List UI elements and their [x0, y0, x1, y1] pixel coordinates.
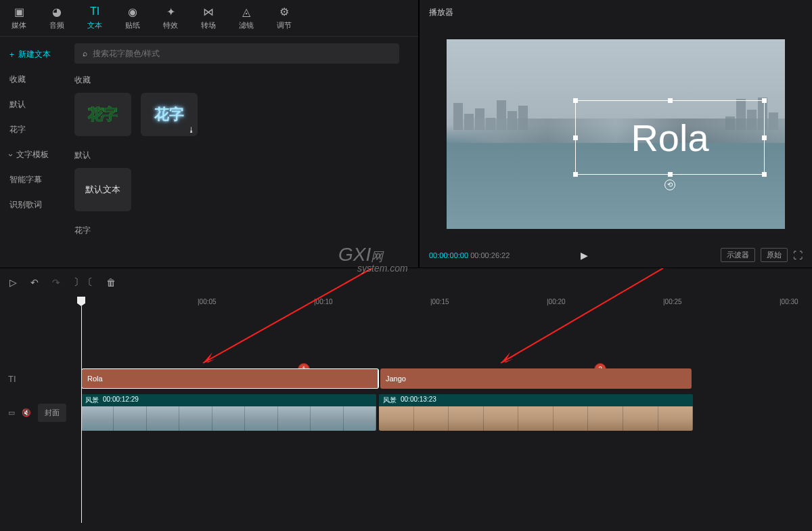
text-sidebar: 新建文本收藏默认花字文字模板智能字幕识别歌词	[0, 37, 65, 268]
content-area: ⌕ 收藏 花字 花字⭳ 默认 默认文本 花字	[65, 37, 418, 268]
top-tab-调节[interactable]: ⚙调节	[265, 0, 303, 36]
search-box[interactable]: ⌕	[74, 43, 399, 64]
ruler-mark: |00:05	[198, 298, 217, 305]
resize-handle[interactable]	[762, 98, 767, 103]
top-tab-转场[interactable]: ⋈转场	[189, 0, 227, 36]
top-tab-滤镜[interactable]: ◬滤镜	[227, 0, 265, 36]
ruler-mark: |00:10	[314, 298, 333, 305]
tab-icon: ✦	[164, 5, 177, 18]
video-preview[interactable]: Rola ⟲	[447, 39, 785, 229]
top-tab-文本[interactable]: TI文本	[76, 0, 114, 36]
timecode: 00:00:00:00 00:00:26:22	[429, 251, 510, 259]
pointer-tool[interactable]: ▷	[9, 277, 17, 288]
ruler-mark: |00:25	[663, 298, 682, 305]
player-area: Rola ⟲	[420, 25, 812, 242]
tab-icon: ⚙	[278, 5, 290, 18]
play-button[interactable]: ▶	[581, 250, 588, 261]
text-clip-2[interactable]: Jango	[380, 368, 692, 389]
resize-handle[interactable]	[573, 98, 578, 103]
top-tabs: ▣媒体◕音频TI文本◉贴纸✦特效⋈转场◬滤镜⚙调节	[0, 0, 418, 37]
mute-icon[interactable]: 🔇	[22, 408, 31, 417]
resize-handle[interactable]	[573, 135, 578, 140]
fullscreen-icon[interactable]: ⛶	[793, 250, 803, 261]
tab-icon: ◕	[51, 5, 63, 18]
video-track-icon: ▭	[8, 408, 15, 417]
search-input[interactable]	[93, 49, 391, 58]
tab-icon: TI	[89, 5, 101, 18]
ruler-mark: |00:15	[430, 298, 449, 305]
top-tab-特效[interactable]: ✦特效	[152, 0, 189, 36]
top-tab-音频[interactable]: ◕音频	[38, 0, 76, 36]
original-button[interactable]: 原始	[761, 248, 788, 262]
ruler-mark: |00:20	[547, 298, 566, 305]
section-default: 默认	[74, 150, 409, 161]
resize-handle[interactable]	[762, 135, 767, 140]
resize-handle[interactable]	[573, 172, 578, 177]
delete-icon[interactable]: 🗑	[106, 277, 116, 288]
style-thumb-1[interactable]: 花字	[74, 93, 131, 136]
tab-icon: ⋈	[202, 5, 215, 18]
rotate-handle[interactable]: ⟲	[664, 179, 675, 190]
default-text-thumb[interactable]: 默认文本	[74, 168, 131, 211]
sidebar-item-识别歌词[interactable]: 识别歌词	[0, 192, 65, 217]
top-tab-媒体[interactable]: ▣媒体	[0, 0, 38, 36]
tracks-area: 1 2 TI Rola Jango ▭ 🔇 封面 风景00:00:12:29 风…	[0, 309, 812, 432]
resize-handle[interactable]	[762, 172, 767, 177]
preview-text: Rola	[576, 101, 764, 175]
split-icon[interactable]: 〕〔	[74, 276, 93, 289]
video-track: ▭ 🔇 封面 风景00:00:12:29 风景00:00:13:23	[81, 393, 812, 432]
section-huazi: 花字	[74, 225, 409, 236]
section-favorites: 收藏	[74, 75, 409, 86]
tab-icon: ◉	[127, 5, 139, 18]
undo-icon[interactable]: ↶	[30, 277, 39, 288]
sidebar-item-新建文本[interactable]: 新建文本	[0, 42, 65, 67]
redo-icon[interactable]: ↷	[52, 277, 60, 288]
sidebar-item-收藏[interactable]: 收藏	[0, 67, 65, 92]
video-clip-2[interactable]: 风景00:00:13:23	[379, 394, 693, 431]
sidebar-item-花字[interactable]: 花字	[0, 117, 65, 142]
cover-button[interactable]: 封面	[38, 404, 66, 422]
sidebar-item-智能字幕[interactable]: 智能字幕	[0, 167, 65, 192]
download-icon: ⭳	[188, 126, 195, 133]
oscilloscope-button[interactable]: 示波器	[721, 248, 755, 262]
resize-handle[interactable]	[668, 172, 673, 177]
video-clip-1[interactable]: 风景00:00:12:29	[81, 394, 376, 431]
ruler-mark: |00:30	[780, 298, 798, 305]
text-track-icon: TI	[8, 374, 16, 384]
resize-handle[interactable]	[668, 98, 673, 103]
svg-marker-1	[203, 352, 215, 363]
text-track: TI Rola Jango	[81, 367, 812, 390]
search-icon: ⌕	[83, 49, 87, 58]
text-selection-box[interactable]: Rola ⟲	[575, 100, 765, 175]
tab-icon: ▣	[13, 5, 25, 18]
top-tab-贴纸[interactable]: ◉贴纸	[114, 0, 152, 36]
style-thumb-2[interactable]: 花字⭳	[141, 93, 198, 136]
player-title: 播放器	[420, 0, 812, 25]
text-clip-1[interactable]: Rola	[81, 368, 379, 389]
time-ruler[interactable]: |00:05|00:10|00:15|00:20|00:25|00:30	[0, 297, 812, 309]
tab-icon: ◬	[240, 5, 252, 18]
sidebar-item-文字模板[interactable]: 文字模板	[0, 142, 65, 167]
svg-marker-3	[501, 352, 513, 363]
sidebar-item-默认[interactable]: 默认	[0, 92, 65, 117]
